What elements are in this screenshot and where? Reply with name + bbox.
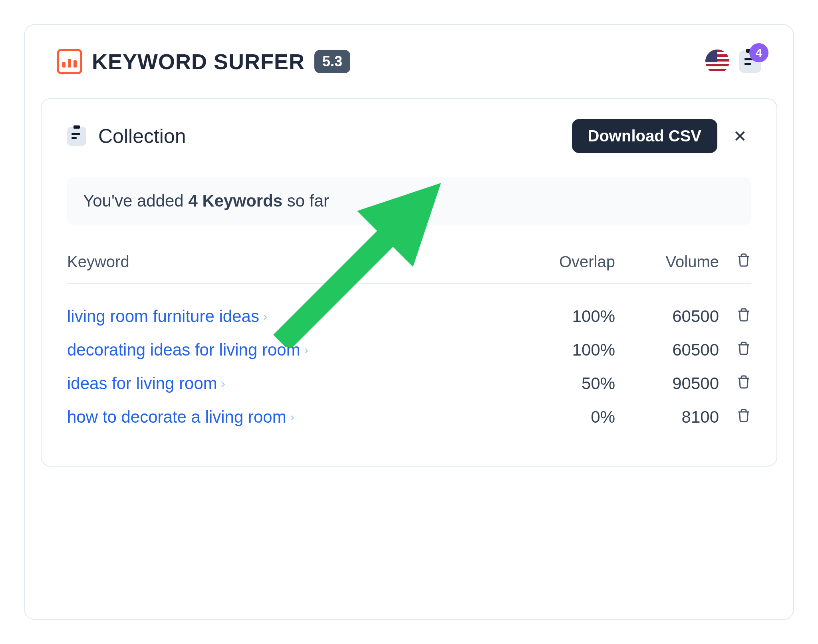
col-volume-header: Volume	[615, 253, 719, 271]
overlap-value: 100%	[527, 340, 615, 360]
banner-strong: 4 Keywords	[188, 191, 282, 210]
keyword-text: decorating ideas for living room	[67, 340, 300, 360]
overlap-value: 0%	[527, 407, 615, 427]
overlap-value: 50%	[527, 374, 615, 393]
clipboard-icon	[67, 127, 86, 146]
version-badge: 5.3	[314, 50, 350, 73]
trash-icon[interactable]	[719, 340, 751, 360]
table-row: decorating ideas for living room›100%605…	[67, 333, 751, 367]
info-banner: You've added 4 Keywords so far	[67, 177, 751, 225]
table-row: how to decorate a living room›0%8100	[67, 400, 751, 434]
collection-title: Collection	[98, 125, 186, 148]
download-csv-button[interactable]: Download CSV	[572, 119, 717, 153]
col-keyword-header: Keyword	[67, 253, 527, 271]
close-icon[interactable]: ✕	[729, 127, 751, 145]
trash-icon[interactable]	[719, 374, 751, 393]
keyword-link[interactable]: how to decorate a living room›	[67, 407, 527, 427]
col-overlap-header: Overlap	[527, 253, 615, 271]
volume-value: 90500	[615, 374, 719, 393]
main-panel: KEYWORD SURFER 5.3 4 Collection Download…	[24, 24, 794, 620]
table-body: living room furniture ideas›100%60500dec…	[67, 300, 751, 434]
country-flag-us-icon[interactable]	[705, 50, 729, 74]
volume-value: 60500	[615, 340, 719, 360]
chevron-right-icon: ›	[304, 343, 308, 357]
table-header: Keyword Overlap Volume	[67, 253, 751, 284]
chevron-right-icon: ›	[263, 310, 267, 323]
header-bar: KEYWORD SURFER 5.3 4	[41, 41, 777, 90]
collection-card: Collection Download CSV ✕ You've added 4…	[41, 98, 777, 467]
keyword-link[interactable]: living room furniture ideas›	[67, 307, 527, 326]
overlap-value: 100%	[527, 307, 615, 326]
clipboard-count-badge: 4	[749, 43, 768, 62]
app-title: KEYWORD SURFER	[92, 49, 305, 74]
keyword-text: living room furniture ideas	[67, 307, 259, 326]
table-row: ideas for living room›50%90500	[67, 367, 751, 400]
delete-all-icon[interactable]	[719, 253, 751, 271]
volume-value: 60500	[615, 307, 719, 326]
banner-prefix: You've added	[83, 191, 188, 210]
volume-value: 8100	[615, 407, 719, 427]
trash-icon[interactable]	[719, 307, 751, 326]
chevron-right-icon: ›	[221, 377, 225, 390]
chevron-right-icon: ›	[290, 410, 294, 424]
trash-icon[interactable]	[719, 407, 751, 427]
surfer-logo-icon	[57, 49, 82, 74]
banner-suffix: so far	[282, 191, 329, 210]
collection-header: Collection Download CSV ✕	[67, 119, 751, 153]
keyword-link[interactable]: ideas for living room›	[67, 374, 527, 393]
keyword-text: ideas for living room	[67, 374, 217, 393]
keyword-text: how to decorate a living room	[67, 407, 286, 427]
table-row: living room furniture ideas›100%60500	[67, 300, 751, 333]
keyword-link[interactable]: decorating ideas for living room›	[67, 340, 527, 360]
